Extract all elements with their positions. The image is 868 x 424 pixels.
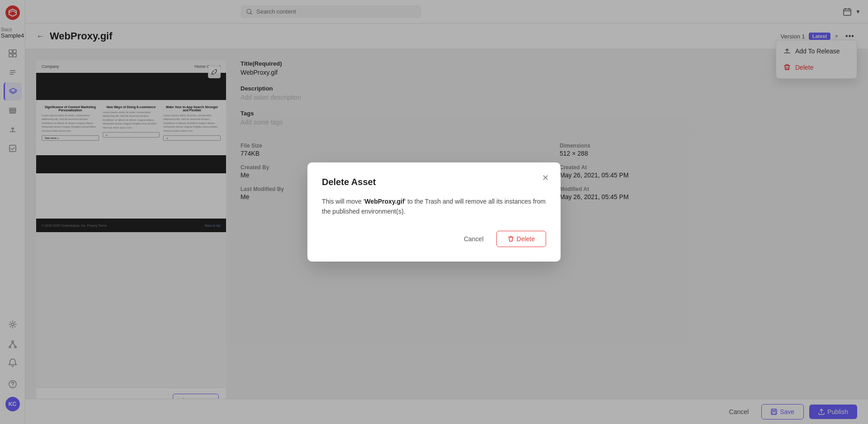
modal-body-prefix: This will move ' xyxy=(322,198,364,205)
delete-asset-modal: Delete Asset ✕ This will move 'WebProxy.… xyxy=(307,162,561,262)
modal-overlay: Delete Asset ✕ This will move 'WebProxy.… xyxy=(0,0,868,424)
modal-footer: Cancel Delete xyxy=(322,231,546,247)
modal-delete-label: Delete xyxy=(517,235,535,243)
modal-asset-name: WebProxy.gif xyxy=(364,198,404,205)
modal-body: This will move 'WebProxy.gif' to the Tra… xyxy=(322,196,546,217)
modal-cancel-button[interactable]: Cancel xyxy=(457,231,491,247)
modal-title: Delete Asset xyxy=(322,177,546,187)
modal-trash-icon xyxy=(508,236,514,242)
modal-delete-button[interactable]: Delete xyxy=(496,231,546,247)
modal-close-button[interactable]: ✕ xyxy=(539,172,552,184)
